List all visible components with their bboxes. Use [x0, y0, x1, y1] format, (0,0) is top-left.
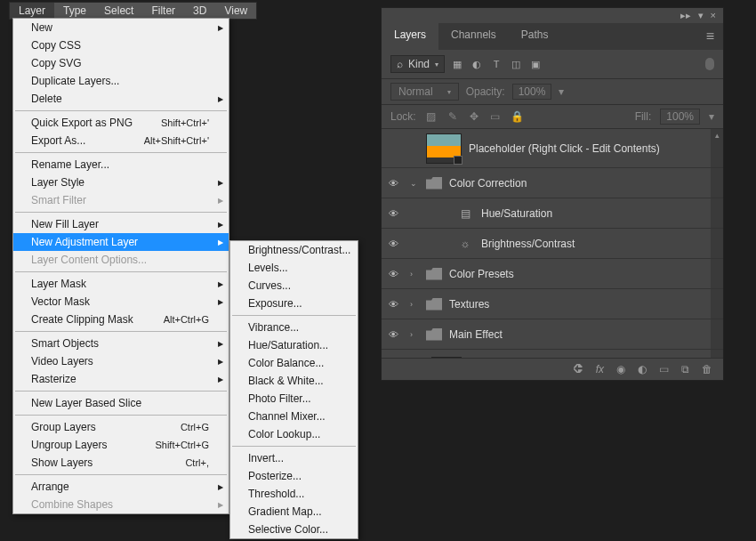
disclosure-icon[interactable]: › — [410, 270, 419, 279]
layer-name[interactable]: Hue/Saturation — [481, 207, 552, 220]
tab-layers[interactable]: Layers — [382, 23, 438, 50]
menubar-3d[interactable]: 3D — [184, 3, 215, 19]
menu-rasterize[interactable]: Rasterize▶ — [13, 370, 229, 388]
layer-row[interactable]: 👁⌄Color Correction — [382, 168, 723, 198]
menu-layer-mask[interactable]: Layer Mask▶ — [13, 275, 229, 293]
menu-layer-style[interactable]: Layer Style▶ — [13, 174, 229, 191]
menu-new[interactable]: New▶ — [13, 19, 229, 36]
disclosure-icon[interactable]: › — [410, 300, 419, 309]
menu-duplicate-layers[interactable]: Duplicate Layers... — [13, 72, 229, 90]
menu-quick-export-as-png[interactable]: Quick Export as PNGShift+Ctrl+' — [13, 114, 229, 132]
layer-name[interactable]: Textures — [449, 298, 489, 311]
submenu-levels[interactable]: Levels... — [230, 259, 358, 277]
menu-video-layers[interactable]: Video Layers▶ — [13, 352, 229, 370]
lock-artboard-icon[interactable]: ▭ — [489, 110, 502, 123]
submenu-exposure[interactable]: Exposure... — [230, 295, 358, 312]
visibility-icon[interactable]: 👁 — [389, 269, 403, 279]
menu-show-layers[interactable]: Show LayersCtrl+, — [13, 454, 229, 472]
menu-copy-css[interactable]: Copy CSS — [13, 36, 229, 54]
group-icon[interactable]: ▭ — [659, 363, 669, 375]
lock-pixels-icon[interactable]: ✎ — [446, 110, 459, 123]
menubar-view[interactable]: View — [215, 3, 256, 19]
layer-name[interactable]: Brightness/Contrast — [481, 238, 575, 250]
menubar-type[interactable]: Type — [54, 3, 95, 19]
panel-menu-icon[interactable]: ▾ — [698, 10, 704, 21]
tab-paths[interactable]: Paths — [509, 23, 561, 50]
menu-new-layer-based-slice[interactable]: New Layer Based Slice — [13, 394, 229, 412]
filter-kind-select[interactable]: ⌕ Kind ▾ — [390, 55, 445, 73]
filter-image-icon[interactable]: ▦ — [450, 57, 464, 71]
visibility-icon[interactable]: 👁 — [389, 208, 403, 219]
tab-channels[interactable]: Channels — [438, 23, 509, 50]
layer-row[interactable]: 👁›Main Effect — [382, 319, 723, 350]
layer-row[interactable]: 👁›Color Presets — [382, 259, 723, 289]
submenu-threshold[interactable]: Threshold... — [230, 485, 358, 503]
visibility-icon[interactable]: 👁 — [389, 299, 403, 310]
layer-name[interactable]: Color Presets — [449, 268, 514, 280]
submenu-selective-color[interactable]: Selective Color... — [230, 521, 358, 538]
submenu-curves[interactable]: Curves... — [230, 277, 358, 295]
disclosure-icon[interactable]: ⌄ — [410, 179, 419, 188]
menu-new-fill-layer[interactable]: New Fill Layer▶ — [13, 215, 229, 233]
layer-row[interactable]: 👁☼Brightness/Contrast — [382, 229, 723, 259]
layer-row[interactable]: 👁 — [382, 350, 723, 358]
submenu-invert[interactable]: Invert... — [230, 449, 358, 467]
layer-name[interactable]: Color Correction — [449, 177, 527, 190]
submenu-color-lookup[interactable]: Color Lookup... — [230, 425, 358, 443]
submenu-gradient-map[interactable]: Gradient Map... — [230, 503, 358, 521]
fx-icon[interactable]: fx — [596, 363, 604, 375]
submenu-color-balance[interactable]: Color Balance... — [230, 354, 358, 372]
disclosure-icon[interactable]: › — [410, 330, 419, 339]
layer-thumbnail[interactable] — [431, 357, 462, 359]
menu-group-layers[interactable]: Group LayersCtrl+G — [13, 418, 229, 436]
filter-shape-icon[interactable]: ◫ — [509, 57, 523, 71]
lock-transparency-icon[interactable]: ▨ — [425, 110, 438, 123]
submenu-black-white[interactable]: Black & White... — [230, 372, 358, 390]
visibility-icon[interactable]: 👁 — [389, 178, 403, 189]
visibility-icon[interactable]: 👁 — [389, 329, 403, 340]
lock-position-icon[interactable]: ✥ — [468, 110, 480, 123]
filter-smart-icon[interactable]: ▣ — [528, 57, 543, 71]
trash-icon[interactable]: 🗑 — [702, 363, 712, 375]
blend-mode-select[interactable]: Normal ▾ — [390, 83, 459, 101]
layer-name[interactable]: Main Effect — [449, 328, 503, 341]
lock-all-icon[interactable]: 🔒 — [511, 110, 523, 123]
opacity-value[interactable]: 100% — [512, 84, 552, 100]
menu-arrange[interactable]: Arrange▶ — [13, 478, 229, 496]
adjustment-icon[interactable]: ◐ — [638, 363, 647, 375]
layer-thumbnail[interactable] — [426, 133, 462, 164]
submenu-vibrance[interactable]: Vibrance... — [230, 319, 358, 336]
fill-value[interactable]: 100% — [660, 109, 700, 125]
link-icon[interactable]: ⮈ — [573, 363, 583, 375]
chevron-down-icon[interactable]: ▾ — [559, 85, 564, 98]
menu-ungroup-layers[interactable]: Ungroup LayersShift+Ctrl+G — [13, 436, 229, 454]
layer-name[interactable]: Placeholder (Right Click - Edit Contents… — [469, 142, 660, 155]
layer-row[interactable]: Placeholder (Right Click - Edit Contents… — [382, 129, 723, 168]
submenu-brightness-contrast[interactable]: Brightness/Contrast... — [230, 241, 358, 259]
mask-icon[interactable]: ◉ — [616, 363, 625, 375]
menu-copy-svg[interactable]: Copy SVG — [13, 54, 229, 72]
submenu-hue-saturation[interactable]: Hue/Saturation... — [230, 336, 358, 354]
menubar-select[interactable]: Select — [95, 3, 142, 19]
filter-adjustment-icon[interactable]: ◐ — [470, 57, 484, 71]
panel-close-icon[interactable]: × — [711, 10, 716, 21]
layer-row[interactable]: 👁▤Hue/Saturation — [382, 198, 723, 229]
panel-flyout-icon[interactable]: ≡ — [697, 23, 723, 50]
submenu-photo-filter[interactable]: Photo Filter... — [230, 390, 358, 408]
submenu-channel-mixer[interactable]: Channel Mixer... — [230, 408, 358, 425]
visibility-icon[interactable]: 👁 — [389, 238, 403, 249]
submenu-posterize[interactable]: Posterize... — [230, 467, 358, 485]
menu-delete[interactable]: Delete▶ — [13, 90, 229, 108]
filter-toggle[interactable] — [705, 58, 714, 70]
menu-new-adjustment-layer[interactable]: New Adjustment Layer▶ — [13, 233, 229, 251]
menu-rename-layer[interactable]: Rename Layer... — [13, 156, 229, 174]
new-layer-icon[interactable]: ⧉ — [681, 363, 689, 375]
menu-vector-mask[interactable]: Vector Mask▶ — [13, 293, 229, 311]
layer-row[interactable]: 👁›Textures — [382, 289, 723, 319]
menu-smart-objects[interactable]: Smart Objects▶ — [13, 335, 229, 352]
menu-export-as[interactable]: Export As...Alt+Shift+Ctrl+' — [13, 132, 229, 149]
menubar-filter[interactable]: Filter — [142, 3, 184, 19]
menubar-layer[interactable]: Layer — [10, 3, 54, 19]
chevron-down-icon[interactable]: ▾ — [709, 110, 714, 123]
panel-collapse-icon[interactable]: ▸▸ — [680, 10, 691, 21]
